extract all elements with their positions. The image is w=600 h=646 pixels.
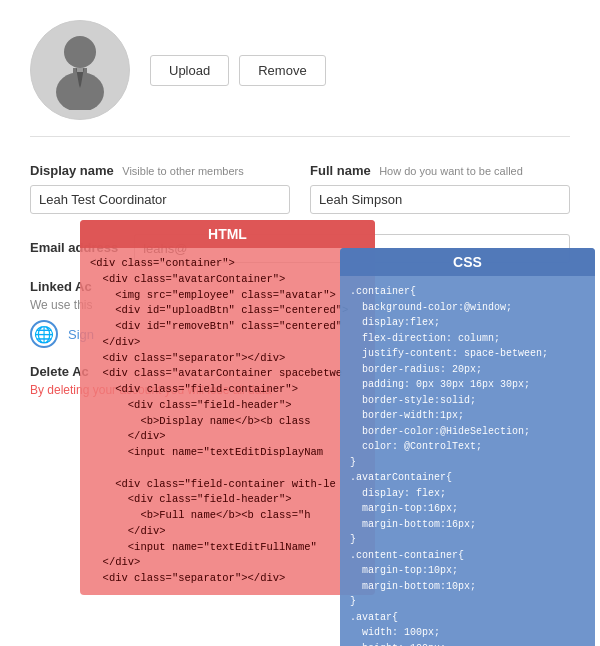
avatar-buttons: Upload Remove [150, 55, 326, 86]
page-wrapper: Upload Remove Display name Visible to ot… [0, 0, 600, 646]
upload-button[interactable]: Upload [150, 55, 229, 86]
css-overlay: CSS .container{ background-color:@window… [340, 248, 595, 646]
form-row [30, 185, 570, 214]
full-name-main-label: Full name [310, 163, 371, 178]
remove-button[interactable]: Remove [239, 55, 325, 86]
svg-point-0 [64, 36, 96, 68]
globe-icon: 🌐 [30, 320, 58, 348]
full-name-group [310, 185, 570, 214]
display-name-input[interactable] [30, 185, 290, 214]
display-name-group [30, 185, 290, 214]
person-icon [45, 30, 115, 110]
html-overlay-header: HTML [80, 220, 375, 248]
css-overlay-header: CSS [340, 248, 595, 276]
avatar-circle [30, 20, 130, 120]
full-name-input[interactable] [310, 185, 570, 214]
display-name-main-label: Display name [30, 163, 114, 178]
css-overlay-content: .container{ background-color:@window; di… [340, 276, 595, 646]
display-name-label-group: Display name Visible to other members [30, 161, 290, 179]
field-labels-row: Display name Visible to other members Fu… [30, 161, 570, 179]
display-name-sub-label: Visible to other members [122, 165, 243, 177]
full-name-sub-label: How do you want to be called [379, 165, 523, 177]
html-overlay-content: <div class="container"> <div class="avat… [80, 248, 375, 595]
avatar-section: Upload Remove [30, 20, 570, 137]
full-name-label-group: Full name How do you want to be called [310, 161, 570, 179]
html-overlay: HTML <div class="container"> <div class=… [80, 220, 375, 595]
svg-rect-4 [77, 68, 83, 72]
